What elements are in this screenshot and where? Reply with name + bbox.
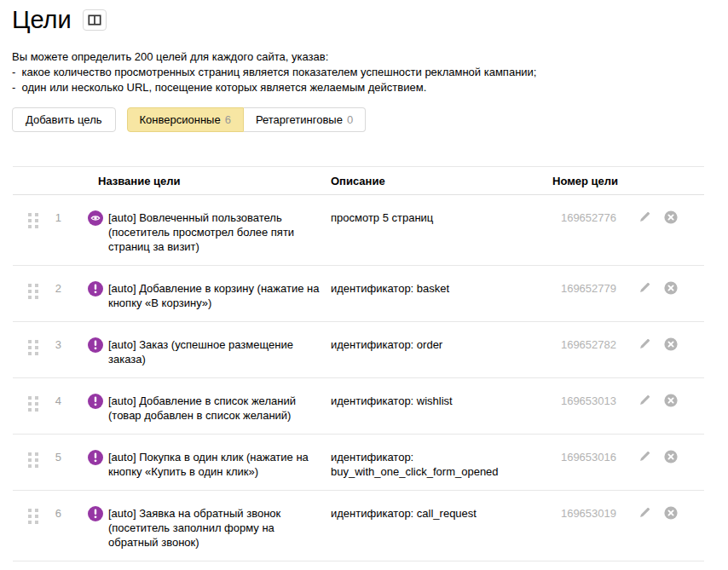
pencil-icon [638, 210, 651, 224]
goal-description: идентификатор: basket [331, 281, 552, 296]
alert-icon [88, 337, 103, 353]
goals-table-header: Название цели Описание Номер цели [13, 167, 704, 195]
table-row: 5 [auto] Покупка в один клик (нажатие на… [13, 435, 704, 491]
delete-goal-button[interactable] [664, 450, 678, 463]
goal-name: [auto] Покупка в один клик (нажатие на к… [108, 450, 321, 479]
row-actions [638, 450, 678, 463]
goal-name: [auto] Добавление в список желаний (това… [108, 394, 321, 423]
delete-goal-button[interactable] [664, 337, 678, 351]
tab-retargeting[interactable]: Ретаргетинговые0 [244, 107, 366, 132]
row-index: 3 [41, 337, 61, 352]
intro-bullet-1: - какое количество просмотренных страниц… [12, 65, 728, 80]
goal-name: [auto] Вовлеченный пользователь (посетит… [108, 210, 321, 254]
table-row: 2 [auto] Добавление в корзину (нажатие н… [13, 266, 704, 322]
goal-number: 169652776 [552, 210, 616, 225]
goals-table: Название цели Описание Номер цели 1 [aut… [13, 166, 704, 561]
delete-icon [664, 450, 678, 463]
drag-handle[interactable] [28, 213, 39, 228]
edit-goal-button[interactable] [638, 281, 651, 295]
tab-retargeting-label: Ретаргетинговые [256, 113, 343, 126]
goal-name: [auto] Добавление в корзину (нажатие на … [108, 281, 321, 310]
delete-icon [664, 281, 678, 295]
row-actions [638, 394, 678, 407]
goal-type-icon [88, 210, 103, 226]
drag-handle[interactable] [28, 509, 39, 524]
table-row: 1 [auto] Вовлеченный пользователь (посет… [13, 195, 704, 266]
goal-number: 169653016 [552, 450, 616, 464]
tab-conversion-label: Конверсионные [140, 113, 221, 126]
goal-description: идентификатор: buy_with_one_click_form_o… [331, 450, 552, 479]
goal-type-icon [88, 450, 103, 465]
goal-description: идентификатор: order [331, 337, 552, 352]
pencil-icon [638, 506, 651, 520]
goal-name: [auto] Заказ (успешное размещение заказа… [108, 337, 321, 366]
page-title: Цели [12, 7, 72, 32]
column-header-description: Описание [331, 175, 552, 187]
delete-icon [664, 337, 678, 351]
drag-handle[interactable] [28, 452, 39, 468]
toolbar: Добавить цель Конверсионные6 Ретаргетинг… [12, 107, 728, 132]
help-book-button[interactable] [83, 9, 107, 31]
edit-goal-button[interactable] [638, 337, 651, 351]
pencil-icon [638, 281, 651, 295]
tab-conversion-count: 6 [225, 113, 231, 126]
goal-description: идентификатор: wishlist [331, 394, 552, 408]
table-row: 4 [auto] Добавление в список желаний (то… [13, 378, 704, 435]
row-actions [638, 281, 678, 295]
row-index: 6 [41, 506, 61, 521]
drag-handle[interactable] [28, 284, 39, 299]
row-index: 2 [41, 281, 61, 296]
goal-description: идентификатор: call_request [331, 506, 552, 521]
row-index: 5 [41, 450, 61, 464]
goal-number: 169653013 [552, 394, 616, 408]
alert-icon [88, 506, 103, 521]
delete-goal-button[interactable] [664, 281, 678, 295]
delete-goal-button[interactable] [664, 210, 678, 224]
row-actions [638, 506, 678, 520]
row-index: 1 [41, 210, 61, 225]
edit-goal-button[interactable] [638, 506, 651, 520]
goals-table-body: 1 [auto] Вовлеченный пользователь (посет… [13, 195, 704, 561]
table-row: 6 [auto] Заявка на обратный звонок (посе… [13, 491, 704, 561]
row-actions [638, 210, 678, 224]
goal-type-icon [88, 281, 103, 297]
goal-description: просмотр 5 страниц [331, 210, 552, 225]
pencil-icon [638, 394, 651, 407]
tab-conversion[interactable]: Конверсионные6 [127, 107, 244, 132]
intro-bullet-2: - один или несколько URL, посещение кото… [12, 80, 728, 95]
delete-icon [664, 506, 678, 520]
goal-type-tabs: Конверсионные6 Ретаргетинговые0 [127, 107, 367, 132]
column-header-number: Номер цели [552, 175, 616, 187]
eye-icon [88, 210, 103, 226]
book-icon [88, 14, 101, 26]
tab-retargeting-count: 0 [347, 113, 353, 126]
row-index: 4 [41, 394, 61, 408]
delete-icon [664, 210, 678, 224]
alert-icon [88, 281, 103, 297]
drag-handle[interactable] [28, 340, 39, 355]
goal-number: 169652779 [552, 281, 616, 296]
column-header-name: Название цели [98, 175, 321, 187]
goal-type-icon [88, 506, 103, 521]
goal-number: 169653019 [552, 506, 616, 521]
intro-text: Вы можете определить 200 целей для каждо… [12, 49, 728, 95]
pencil-icon [638, 337, 651, 351]
table-row: 3 [auto] Заказ (успешное размещение зака… [13, 322, 704, 378]
edit-goal-button[interactable] [638, 210, 651, 224]
goal-name: [auto] Заявка на обратный звонок (посети… [108, 506, 321, 550]
edit-goal-button[interactable] [638, 450, 651, 463]
alert-icon [88, 450, 103, 465]
intro-lead: Вы можете определить 200 целей для каждо… [12, 49, 728, 65]
alert-icon [88, 394, 103, 409]
row-actions [638, 337, 678, 351]
delete-goal-button[interactable] [664, 394, 678, 407]
pencil-icon [638, 450, 651, 463]
delete-goal-button[interactable] [664, 506, 678, 520]
goal-type-icon [88, 337, 103, 353]
edit-goal-button[interactable] [638, 394, 651, 407]
add-goal-button[interactable]: Добавить цель [12, 107, 116, 132]
delete-icon [664, 394, 678, 407]
goal-type-icon [88, 394, 103, 409]
drag-handle[interactable] [28, 396, 39, 412]
goal-number: 169652782 [552, 337, 616, 352]
